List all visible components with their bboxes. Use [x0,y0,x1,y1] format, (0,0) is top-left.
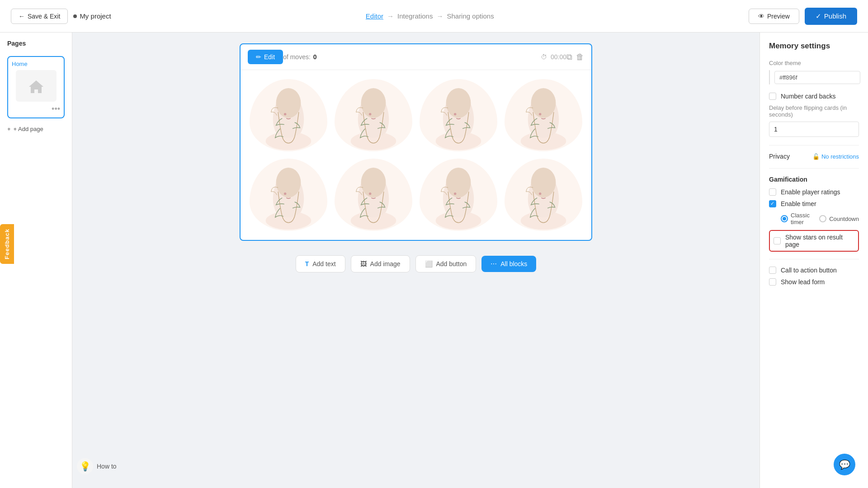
save-exit-button[interactable]: ← Save & Exit [11,9,68,24]
page-menu-dots[interactable]: ••• [52,104,60,114]
call-to-action-checkbox[interactable] [769,267,776,274]
table-row[interactable] [250,159,327,231]
preview-button[interactable]: 👁 Preview [749,9,799,24]
editor-link[interactable]: Editor [366,12,383,20]
add-image-button[interactable]: 🖼 Add image [351,255,410,272]
save-exit-label: Save & Exit [28,13,60,20]
feedback-tab[interactable]: Feedback [0,224,14,264]
breadcrumb: Editor → Integrations → Sharing options [118,12,741,20]
divider-2 [769,168,859,169]
how-to-row[interactable]: 💡 How to [77,458,117,474]
classic-timer-option[interactable]: Classic timer [781,212,812,225]
table-row[interactable] [250,79,327,151]
page-card-home[interactable]: Home ••• [7,56,65,118]
game-canvas: ✏ Edit of moves: 0 ⏱ 00:00 ⧉ 🗑 [240,43,592,241]
timer-type-group: Classic timer Countdown [781,212,859,225]
delay-label: Delay before flipping cards (in seconds) [769,104,859,118]
all-blocks-button[interactable]: ⋯ All blocks [481,256,536,272]
color-swatch[interactable] [769,70,770,84]
card-figure [505,79,582,151]
card-figure [335,79,412,151]
game-toolbar: ✏ Edit of moves: 0 ⏱ 00:00 ⧉ 🗑 [241,44,591,70]
countdown-option[interactable]: Countdown [819,215,859,222]
table-row[interactable] [505,79,582,151]
table-row[interactable] [420,79,497,151]
settings-title: Memory settings [769,42,859,51]
bottom-toolbar: T Add text 🖼 Add image ⬜ Add button ⋯ Al… [290,250,542,278]
chat-icon: 💬 [839,459,850,470]
delay-input[interactable]: 1 [769,122,859,137]
sharing-options-link[interactable]: Sharing options [447,12,494,20]
grid-icon: ⋯ [491,260,497,267]
how-to-label: How to [97,463,117,470]
svg-point-4 [361,88,386,118]
number-card-backs-checkbox[interactable] [769,93,776,100]
card-figure [335,159,412,231]
show-lead-form-checkbox[interactable] [769,278,776,286]
enable-player-ratings-row[interactable]: Enable player ratings [769,188,859,196]
svg-point-10 [531,88,556,118]
divider-1 [769,145,859,145]
card-figure [420,159,497,231]
delete-button[interactable]: 🗑 [576,52,584,62]
enable-timer-label: Enable timer [781,200,816,207]
project-name: My project [73,12,111,20]
add-text-button[interactable]: T Add text [296,255,345,272]
button-icon: ⬜ [425,260,433,267]
gamification-title: Gamification [769,176,859,183]
edit-button[interactable]: ✏ Edit [248,50,283,64]
table-row[interactable] [335,79,412,151]
integrations-link[interactable]: Integrations [397,12,433,20]
countdown-radio[interactable] [819,215,826,222]
enable-timer-row[interactable]: Enable timer [769,200,859,207]
svg-point-8 [454,113,456,115]
number-card-backs-label: Number card backs [781,93,835,100]
color-input[interactable]: #ff896f [774,71,860,84]
chat-button[interactable]: 💬 [834,454,855,475]
svg-point-19 [446,168,471,197]
svg-point-13 [276,168,301,197]
toolbar-icons: ⧉ 🗑 [566,52,584,62]
number-card-backs-row[interactable]: Number card backs [769,93,859,100]
call-to-action-row[interactable]: Call to action button [769,267,859,274]
copy-button[interactable]: ⧉ [566,52,572,62]
enable-timer-checkbox[interactable] [769,200,776,207]
show-stars-checkbox[interactable] [774,237,781,244]
table-row[interactable] [505,159,582,231]
show-stars-row[interactable]: Show stars on result page [769,230,859,252]
enable-player-ratings-checkbox[interactable] [769,188,776,196]
svg-point-14 [284,192,286,195]
enable-player-ratings-label: Enable player ratings [781,188,840,196]
eye-icon: 👁 [758,13,764,20]
timer-display: ⏱ 00:00 [541,53,566,61]
show-lead-form-row[interactable]: Show lead form [769,278,859,286]
svg-point-7 [446,88,471,118]
show-lead-form-label: Show lead form [781,278,825,286]
publish-button[interactable]: ✓ Publish [805,8,857,25]
svg-point-22 [531,168,556,197]
settings-panel: Memory settings Color theme #ff896f Numb… [760,33,868,488]
timer-icon: ⏱ [541,53,547,61]
top-navigation: ← Save & Exit My project Editor → Integr… [0,0,868,33]
table-row[interactable] [335,159,412,231]
no-restrictions-link[interactable]: 🔓 No restrictions [812,153,859,160]
table-row[interactable] [420,159,497,231]
svg-point-2 [284,113,286,115]
arrow-icon-1: → [387,12,394,20]
svg-point-11 [539,113,541,115]
arrow-left-icon: ← [19,13,25,20]
privacy-label: Privacy [769,153,790,160]
privacy-row: Privacy 🔓 No restrictions [769,153,859,160]
add-button-button[interactable]: ⬜ Add button [415,255,476,272]
add-page-button[interactable]: + + Add page [7,126,65,132]
color-row: #ff896f [769,70,859,84]
svg-point-20 [454,192,456,195]
card-figure [505,159,582,231]
card-figure [250,79,327,151]
svg-point-5 [369,113,371,115]
dot-indicator [73,14,77,18]
svg-point-16 [361,168,386,197]
image-icon: 🖼 [360,260,367,267]
classic-timer-radio[interactable] [781,215,788,222]
svg-point-23 [539,192,541,195]
